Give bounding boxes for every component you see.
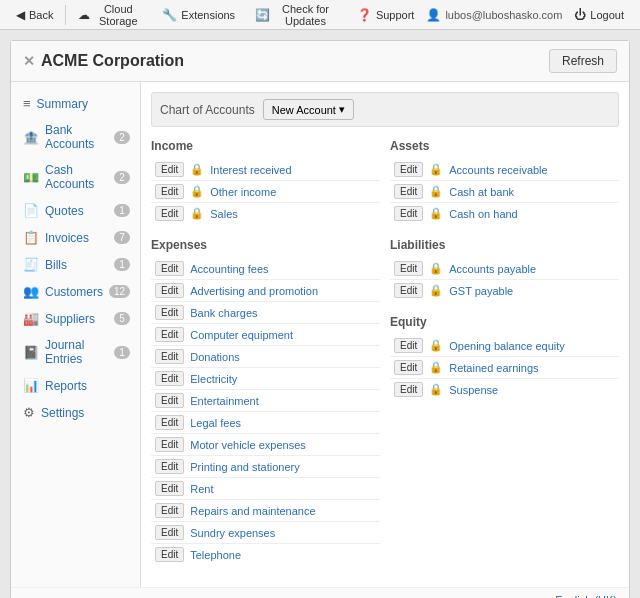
account-name[interactable]: Printing and stationery <box>190 461 299 473</box>
edit-button[interactable]: Edit <box>394 162 423 177</box>
table-row: EditTelephone <box>151 544 380 565</box>
edit-button[interactable]: Edit <box>155 393 184 408</box>
app-header: ✕ ACME Corporation Refresh <box>11 41 629 82</box>
edit-button[interactable]: Edit <box>155 481 184 496</box>
edit-button[interactable]: Edit <box>155 305 184 320</box>
logout-button[interactable]: ⏻ Logout <box>566 5 632 25</box>
edit-button[interactable]: Edit <box>155 547 184 562</box>
sidebar-item-journal-entries[interactable]: 📓 Journal Entries 1 <box>11 332 140 372</box>
edit-button[interactable]: Edit <box>394 261 423 276</box>
account-name[interactable]: Accounts receivable <box>449 164 547 176</box>
edit-button[interactable]: Edit <box>394 338 423 353</box>
edit-button[interactable]: Edit <box>155 371 184 386</box>
edit-button[interactable]: Edit <box>155 415 184 430</box>
sidebar-item-settings[interactable]: ⚙ Settings <box>11 399 140 426</box>
sidebar-item-bank-accounts[interactable]: 🏦 Bank Accounts 2 <box>11 117 140 157</box>
cash-badge: 2 <box>114 171 130 184</box>
close-icon[interactable]: ✕ <box>23 53 35 69</box>
account-name[interactable]: Legal fees <box>190 417 241 429</box>
edit-button[interactable]: Edit <box>155 327 184 342</box>
edit-button[interactable]: Edit <box>394 382 423 397</box>
table-row: EditRent <box>151 478 380 500</box>
account-name[interactable]: Cash at bank <box>449 186 514 198</box>
sidebar-item-summary[interactable]: ≡ Summary <box>11 90 140 117</box>
edit-button[interactable]: Edit <box>155 349 184 364</box>
locale-label[interactable]: English (UK) <box>555 594 617 598</box>
edit-button[interactable]: Edit <box>394 206 423 221</box>
account-name[interactable]: Entertainment <box>190 395 258 407</box>
check-updates-button[interactable]: 🔄 Check for Updates <box>247 0 345 30</box>
income-section: Income Edit🔒Interest receivedEdit🔒Other … <box>151 137 380 224</box>
account-name[interactable]: Opening balance equity <box>449 340 565 352</box>
account-name[interactable]: Suspense <box>449 384 498 396</box>
edit-button[interactable]: Edit <box>155 437 184 452</box>
sidebar-item-bills[interactable]: 🧾 Bills 1 <box>11 251 140 278</box>
edit-button[interactable]: Edit <box>155 261 184 276</box>
support-icon: ❓ <box>357 8 372 22</box>
logout-icon: ⏻ <box>574 8 586 22</box>
edit-button[interactable]: Edit <box>394 184 423 199</box>
account-name[interactable]: Electricity <box>190 373 237 385</box>
refresh-button[interactable]: Refresh <box>549 49 617 73</box>
account-name[interactable]: Sales <box>210 208 238 220</box>
assets-section: Assets Edit🔒Accounts receivableEdit🔒Cash… <box>390 137 619 224</box>
edit-button[interactable]: Edit <box>155 283 184 298</box>
account-name[interactable]: Bank charges <box>190 307 257 319</box>
table-row: Edit🔒Sales <box>151 203 380 224</box>
sidebar-item-customers[interactable]: 👥 Customers 12 <box>11 278 140 305</box>
edit-button[interactable]: Edit <box>394 360 423 375</box>
account-name[interactable]: Donations <box>190 351 240 363</box>
account-name[interactable]: Cash on hand <box>449 208 518 220</box>
customers-badge: 12 <box>109 285 130 298</box>
new-account-button[interactable]: New Account ▾ <box>263 99 354 120</box>
edit-button[interactable]: Edit <box>155 206 184 221</box>
account-name[interactable]: Repairs and maintenance <box>190 505 315 517</box>
user-icon: 👤 <box>426 8 441 22</box>
table-row: Edit🔒Cash at bank <box>390 181 619 203</box>
back-button[interactable]: ◀ Back <box>8 5 61 25</box>
account-name[interactable]: Accounting fees <box>190 263 268 275</box>
lock-icon: 🔒 <box>429 284 443 297</box>
right-column: Assets Edit🔒Accounts receivableEdit🔒Cash… <box>390 137 619 577</box>
sidebar-item-reports[interactable]: 📊 Reports <box>11 372 140 399</box>
account-name[interactable]: Telephone <box>190 549 241 561</box>
account-name[interactable]: Retained earnings <box>449 362 538 374</box>
support-button[interactable]: ❓ Support <box>349 5 423 25</box>
table-row: EditEntertainment <box>151 390 380 412</box>
account-name[interactable]: Interest received <box>210 164 291 176</box>
edit-button[interactable]: Edit <box>155 525 184 540</box>
sidebar: ≡ Summary 🏦 Bank Accounts 2 💵 Cash Accou… <box>11 82 141 587</box>
account-name[interactable]: Rent <box>190 483 213 495</box>
account-name[interactable]: Motor vehicle expenses <box>190 439 306 451</box>
table-row: EditAccounting fees <box>151 258 380 280</box>
edit-button[interactable]: Edit <box>155 503 184 518</box>
cloud-storage-button[interactable]: ☁ Cloud Storage <box>70 0 150 30</box>
edit-button[interactable]: Edit <box>155 184 184 199</box>
edit-button[interactable]: Edit <box>155 459 184 474</box>
extensions-button[interactable]: 🔧 Extensions <box>154 5 243 25</box>
account-name[interactable]: Sundry expenses <box>190 527 275 539</box>
invoices-icon: 📋 <box>23 230 39 245</box>
edit-button[interactable]: Edit <box>155 162 184 177</box>
account-name[interactable]: Accounts payable <box>449 263 536 275</box>
new-account-label: New Account <box>272 104 336 116</box>
account-name[interactable]: GST payable <box>449 285 513 297</box>
table-row: Edit🔒Accounts receivable <box>390 159 619 181</box>
summary-icon: ≡ <box>23 96 31 111</box>
nav-right: 👤 lubos@luboshasko.com ⏻ Logout <box>426 5 632 25</box>
sidebar-item-invoices[interactable]: 📋 Invoices 7 <box>11 224 140 251</box>
sidebar-item-suppliers[interactable]: 🏭 Suppliers 5 <box>11 305 140 332</box>
equity-rows: Edit🔒Opening balance equityEdit🔒Retained… <box>390 335 619 400</box>
user-email: lubos@luboshasko.com <box>445 9 562 21</box>
account-name[interactable]: Advertising and promotion <box>190 285 318 297</box>
account-name[interactable]: Other income <box>210 186 276 198</box>
assets-title: Assets <box>390 137 619 155</box>
content-area: Chart of Accounts New Account ▾ Income E… <box>141 82 629 587</box>
dropdown-icon: ▾ <box>339 103 345 116</box>
edit-button[interactable]: Edit <box>394 283 423 298</box>
account-name[interactable]: Computer equipment <box>190 329 293 341</box>
sidebar-item-cash-accounts[interactable]: 💵 Cash Accounts 2 <box>11 157 140 197</box>
sidebar-suppliers-label: Suppliers <box>45 312 95 326</box>
lock-icon: 🔒 <box>429 361 443 374</box>
sidebar-item-quotes[interactable]: 📄 Quotes 1 <box>11 197 140 224</box>
